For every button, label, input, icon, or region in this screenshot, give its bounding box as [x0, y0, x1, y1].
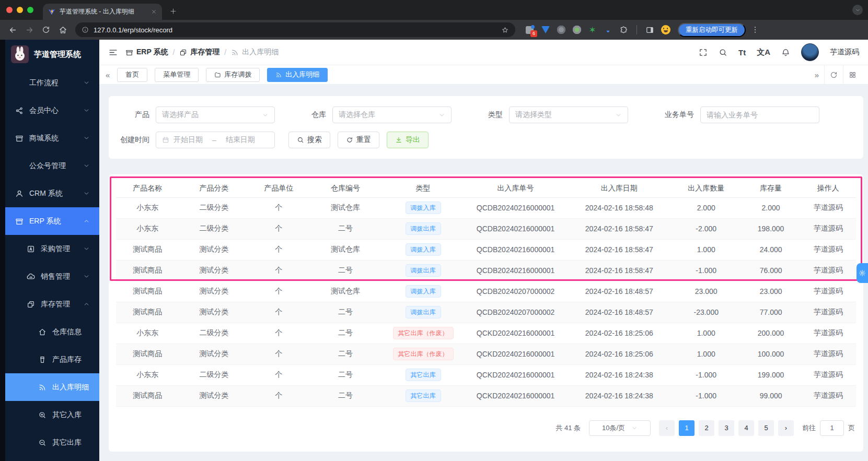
side-panel-icon[interactable]: [645, 25, 655, 35]
sidebar-item-其它入库[interactable]: 其它入库: [5, 401, 99, 429]
search-button[interactable]: 搜索: [288, 132, 330, 148]
bizno-input[interactable]: [707, 111, 813, 119]
breadcrumb-item[interactable]: 出入库明细: [231, 48, 279, 57]
table-row[interactable]: 测试商品 测试分类 个 二号 其它出库（作废） QCKD202402160000…: [116, 344, 856, 364]
page-button-1[interactable]: 1: [679, 420, 695, 436]
translate-icon[interactable]: 文A: [757, 48, 770, 57]
browser-menu-icon[interactable]: [748, 22, 762, 37]
relaunch-update-button[interactable]: 重新启动即可更新: [678, 23, 746, 37]
emoji-extension-icon[interactable]: [661, 25, 670, 35]
extension-badge-icon[interactable]: 6: [525, 25, 535, 35]
table-row[interactable]: 测试商品 测试分类 个 二号 其它出库 QCKD20240216000001 2…: [116, 385, 856, 406]
table-row[interactable]: 测试商品 测试分类 个 测试仓库 调拨入库 QCDB20240207000002…: [116, 281, 856, 302]
pinia-star-icon[interactable]: ✶: [587, 25, 597, 35]
extension-green-icon[interactable]: [572, 25, 582, 35]
theme-settings-gear-button[interactable]: [857, 263, 868, 283]
refresh-page-icon[interactable]: [825, 71, 843, 79]
table-row[interactable]: 小东东 二级分类 个 二号 其它出库 QCKD20240216000001 20…: [116, 364, 856, 385]
filter-type: 类型 请选择类型: [488, 107, 628, 123]
chevron-down-icon: [615, 112, 622, 119]
type-select[interactable]: 请选择类型: [509, 107, 628, 123]
fullscreen-icon[interactable]: [699, 48, 708, 57]
table-row[interactable]: 小东东 二级分类 个 二号 调拨出库 QCDB20240216000001 20…: [116, 218, 856, 239]
sidebar-item-ERP 系统[interactable]: ERP 系统: [5, 207, 99, 235]
column-header: 仓库编号: [308, 180, 383, 197]
sidebar-item-其它出库[interactable]: 其它出库: [5, 429, 99, 456]
next-page-button[interactable]: ›: [778, 420, 794, 436]
reset-button[interactable]: 重置: [338, 132, 379, 148]
breadcrumb-item[interactable]: ERP 系统: [125, 48, 168, 57]
cell-unit: 个: [249, 239, 308, 260]
tags-scroll-right-icon[interactable]: »: [809, 70, 824, 79]
sidebar-item-销售管理[interactable]: 销售管理: [5, 263, 99, 290]
extensions-puzzle-icon[interactable]: [619, 25, 629, 35]
product-select[interactable]: 请选择产品: [156, 107, 275, 123]
table-row[interactable]: 测试商品 测试分类 个 二号 调拨出库 QCDB20240207000002 2…: [116, 302, 856, 323]
forward-button[interactable]: [22, 22, 37, 37]
address-bar[interactable]: 127.0.0.1/erp/stock/record: [75, 22, 515, 37]
font-size-icon[interactable]: Tt: [738, 48, 746, 57]
search-icon[interactable]: [719, 48, 727, 57]
user-name[interactable]: 芋道源码: [830, 48, 859, 57]
sidebar-item-公众号管理[interactable]: 公众号管理: [5, 152, 99, 180]
reload-button[interactable]: [39, 22, 53, 37]
sidebar-item-商城系统[interactable]: 商城系统: [5, 124, 99, 152]
table-row[interactable]: 小东东 二级分类 个 二号 其它出库（作废） QCKD2024021600000…: [116, 323, 856, 344]
sidebar-item-出入库明细[interactable]: 出入库明细: [5, 373, 99, 401]
export-button[interactable]: 导出: [387, 132, 429, 148]
vue-devtools-icon[interactable]: [540, 25, 550, 35]
site-info-icon[interactable]: [82, 26, 89, 33]
notifications-bell-icon[interactable]: [781, 48, 790, 57]
sidebar-item-采购管理[interactable]: 采购管理: [5, 235, 99, 263]
bookmark-star-icon[interactable]: [501, 26, 509, 34]
table-row[interactable]: 测试商品 测试分类 个 二号 调拨出库 QCDB20240216000001 2…: [116, 260, 856, 281]
tab-close-icon[interactable]: [151, 9, 157, 15]
type-badge: 调拨入库: [406, 243, 441, 256]
page-button-3[interactable]: 3: [719, 420, 734, 436]
download-icon: [395, 136, 402, 144]
chevron-down-icon: [438, 112, 445, 119]
collapse-sidebar-icon[interactable]: [108, 48, 118, 57]
tag-label: 出入库明细: [285, 70, 319, 79]
sidebar-item-会员中心[interactable]: 会员中心: [5, 97, 99, 124]
double-chevron-icon[interactable]: ⌄⌄: [603, 25, 613, 35]
browser-tab[interactable]: 芋道管理系统 - 出入库明细: [43, 4, 162, 20]
minimize-window-button[interactable]: [17, 7, 23, 13]
close-window-button[interactable]: [6, 7, 13, 13]
page-button-2[interactable]: 2: [699, 420, 714, 436]
page-button-5[interactable]: 5: [758, 420, 774, 436]
app-logo-row[interactable]: 芋道管理系统: [5, 40, 99, 69]
prev-page-button[interactable]: ‹: [659, 420, 675, 436]
new-tab-button[interactable]: [166, 4, 180, 18]
column-header: 库存量: [741, 180, 800, 197]
tag-出入库明细[interactable]: 出入库明细: [267, 68, 328, 82]
tab-overflow-chevron-icon[interactable]: [852, 5, 863, 15]
store-icon: [15, 217, 24, 226]
tag-菜单管理[interactable]: 菜单管理: [155, 68, 199, 82]
user-avatar[interactable]: [801, 43, 819, 61]
tags-scroll-left-icon[interactable]: «: [106, 70, 110, 79]
sidebar-item-工作流程[interactable]: 工作流程: [5, 69, 99, 97]
warehouse-select[interactable]: 请选择仓库: [332, 107, 452, 123]
sidebar-item-库存管理[interactable]: 库存管理: [5, 290, 99, 318]
sidebar-item-label: 工作流程: [29, 78, 59, 88]
zoom-window-button[interactable]: [27, 7, 33, 13]
sidebar-item-CRM 系统[interactable]: CRM 系统: [5, 180, 99, 207]
layout-grid-icon[interactable]: [843, 71, 862, 79]
date-range-picker[interactable]: 开始日期 – 结束日期: [156, 132, 275, 148]
page-button-4[interactable]: 4: [738, 420, 754, 436]
goto-page-input[interactable]: [820, 420, 844, 436]
cell-stock: 76.000: [741, 260, 800, 281]
page-size-select[interactable]: 10条/页: [589, 420, 651, 436]
table-row[interactable]: 测试商品 测试分类 个 测试仓库 调拨入库 QCDB20240216000001…: [116, 239, 856, 260]
tag-库存调拨[interactable]: 库存调拨: [206, 68, 260, 82]
breadcrumb-item[interactable]: 库存管理: [179, 48, 219, 57]
extension-gray-icon[interactable]: [556, 25, 566, 35]
sidebar-item-产品库存[interactable]: 产品库存: [5, 346, 99, 373]
sidebar-item-仓库信息[interactable]: 仓库信息: [5, 318, 99, 346]
tag-首页[interactable]: 首页: [117, 68, 147, 82]
table-row[interactable]: 小东东 二级分类 个 测试仓库 调拨入库 QCDB20240216000001 …: [116, 197, 856, 218]
sidebar-item-label: 公众号管理: [29, 161, 66, 171]
home-button[interactable]: [55, 22, 70, 37]
back-button[interactable]: [5, 22, 20, 37]
